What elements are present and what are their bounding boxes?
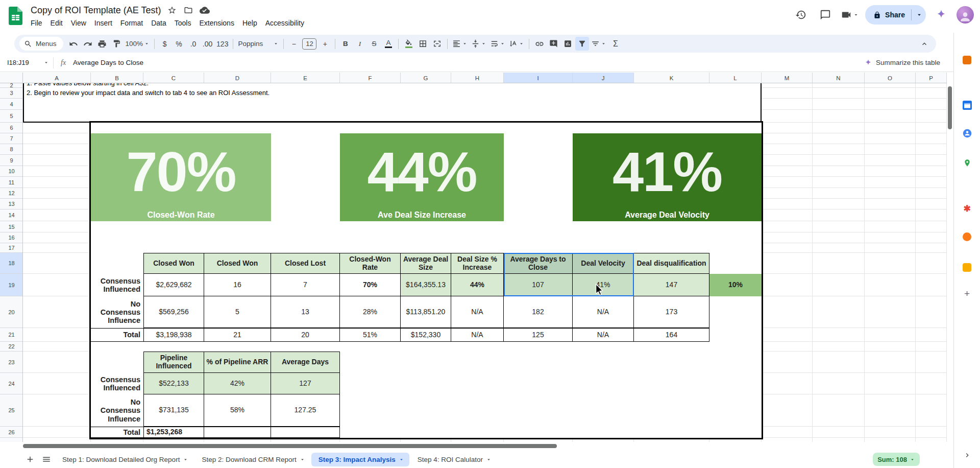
- account-avatar[interactable]: [957, 6, 974, 24]
- formula-input[interactable]: Average Days to Close: [73, 59, 143, 66]
- row-header-18[interactable]: 18: [0, 253, 23, 274]
- filter-views-button[interactable]: [590, 37, 608, 51]
- star-icon[interactable]: [167, 5, 177, 15]
- text-rotation-button[interactable]: [507, 37, 526, 51]
- zoom-select[interactable]: 100%: [124, 37, 152, 51]
- sheet-tab-step3-active[interactable]: Step 3: Impact Analysis: [311, 453, 409, 466]
- cell-B24[interactable]: Consensus Influenced: [91, 373, 143, 394]
- row-header-14[interactable]: 14: [0, 209, 23, 221]
- row-header-20[interactable]: 20: [0, 296, 23, 328]
- fill-color-button[interactable]: [402, 37, 415, 51]
- horizontal-align-button[interactable]: [451, 37, 469, 51]
- paint-format-button[interactable]: [110, 37, 124, 51]
- row-header-8[interactable]: 8: [0, 144, 23, 155]
- sheet-tab-step4[interactable]: Step 4: ROI Calulator: [410, 453, 497, 466]
- meet-video-icon[interactable]: [841, 6, 859, 24]
- summarize-table-button[interactable]: Summarize this table: [864, 59, 940, 67]
- share-button[interactable]: Share: [865, 5, 926, 25]
- row-header-26[interactable]: 26: [0, 427, 23, 438]
- show-side-panel-chevron-icon[interactable]: [962, 450, 973, 461]
- cell-L21[interactable]: [709, 328, 762, 342]
- cell-F18[interactable]: Closed-Won Rate: [340, 253, 401, 274]
- cell-E26[interactable]: [271, 427, 340, 438]
- row-header-3[interactable]: 3: [0, 88, 23, 99]
- row-header-13[interactable]: 13: [0, 199, 23, 209]
- font-size-input[interactable]: 12: [302, 38, 316, 50]
- cell-B18[interactable]: [91, 253, 143, 274]
- row-header-5[interactable]: 5: [0, 110, 23, 123]
- insert-comment-button[interactable]: [547, 37, 560, 51]
- cell-L19[interactable]: 10%: [709, 274, 762, 296]
- name-box[interactable]: I18:J19: [0, 59, 53, 66]
- menu-accessibility[interactable]: Accessibility: [261, 17, 308, 29]
- cell-H21[interactable]: N/A: [451, 328, 504, 342]
- menu-edit[interactable]: Edit: [46, 17, 67, 29]
- column-header-O[interactable]: O: [865, 73, 916, 83]
- font-select[interactable]: Poppins: [236, 37, 280, 51]
- cell-D18[interactable]: Closed Won: [204, 253, 271, 274]
- all-sheets-menu-button[interactable]: [39, 452, 54, 467]
- calendar-icon[interactable]: [962, 100, 973, 111]
- vertical-align-button[interactable]: [470, 37, 488, 51]
- cell-G21[interactable]: $152,330: [401, 328, 451, 342]
- cell-I18[interactable]: Average Days to Close: [504, 253, 573, 274]
- column-header-B[interactable]: B: [91, 73, 143, 83]
- column-header-G[interactable]: G: [401, 73, 451, 83]
- row-header-7[interactable]: 7: [0, 133, 23, 144]
- cell-K20[interactable]: 173: [634, 296, 709, 328]
- cell-B21[interactable]: Total: [91, 328, 143, 342]
- column-header-L[interactable]: L: [709, 73, 762, 83]
- cell-E18[interactable]: Closed Lost: [271, 253, 340, 274]
- cell-B26[interactable]: Total: [91, 427, 143, 438]
- functions-button[interactable]: Σ: [608, 37, 622, 51]
- redo-button[interactable]: [81, 37, 95, 51]
- cell-F20[interactable]: 28%: [340, 296, 401, 328]
- decrease-font-size-button[interactable]: −: [287, 37, 301, 51]
- format-currency-button[interactable]: $: [158, 37, 172, 51]
- cell-C24[interactable]: $522,133: [143, 373, 204, 394]
- column-header-E[interactable]: E: [271, 73, 340, 83]
- borders-button[interactable]: [416, 37, 430, 51]
- cell-J19[interactable]: 41%: [573, 274, 634, 296]
- cell-F21[interactable]: 51%: [340, 328, 401, 342]
- cell-E21[interactable]: 20: [271, 328, 340, 342]
- menu-insert[interactable]: Insert: [90, 17, 116, 29]
- amber-addon-icon[interactable]: [962, 262, 973, 273]
- row-header-24[interactable]: 24: [0, 373, 23, 394]
- document-title[interactable]: Copy of ROI Template (AE Test): [31, 5, 161, 16]
- maps-icon[interactable]: [962, 157, 973, 169]
- strikethrough-button[interactable]: S: [367, 37, 381, 51]
- more-formats-button[interactable]: 123: [215, 37, 230, 51]
- column-header-F[interactable]: F: [340, 73, 401, 83]
- row-header-15[interactable]: 15: [0, 221, 23, 232]
- cell-I21[interactable]: 125: [504, 328, 573, 342]
- cell-L18[interactable]: [709, 253, 762, 274]
- collapse-toolbar-button[interactable]: [917, 37, 931, 51]
- cell-A3-instruction[interactable]: 2. Begin to review your impact data and …: [27, 89, 270, 97]
- menu-extensions[interactable]: Extensions: [195, 17, 238, 29]
- text-wrap-button[interactable]: [488, 37, 507, 51]
- cell-B19[interactable]: Consensus Influenced: [91, 274, 143, 296]
- bold-button[interactable]: B: [338, 37, 352, 51]
- orange-addon-icon[interactable]: [962, 231, 973, 242]
- column-header-K[interactable]: K: [634, 73, 709, 83]
- version-history-icon[interactable]: [792, 6, 810, 24]
- addon-icon[interactable]: [962, 54, 973, 65]
- sheet-tab-step1[interactable]: Step 1: Download Detailed Org Report: [55, 453, 193, 466]
- decrease-decimal-button[interactable]: .0: [186, 37, 200, 51]
- create-filter-button[interactable]: [575, 37, 589, 51]
- cell-I19[interactable]: 107: [504, 274, 573, 296]
- cell-K18[interactable]: Deal disqualification: [634, 253, 709, 274]
- cell-J21[interactable]: N/A: [573, 328, 634, 342]
- menus-search-button[interactable]: Menus: [19, 37, 63, 51]
- cell-D25[interactable]: 58%: [204, 394, 271, 427]
- selection-stats-chip[interactable]: Sum: 108: [873, 453, 920, 466]
- format-percent-button[interactable]: %: [172, 37, 186, 51]
- merge-cells-button[interactable]: [430, 37, 444, 51]
- text-color-button[interactable]: A: [381, 37, 395, 51]
- horizontal-scrollbar-thumb[interactable]: [23, 444, 557, 448]
- select-all-corner[interactable]: [0, 73, 23, 83]
- row-header-22[interactable]: 22: [0, 342, 23, 352]
- cell-H19[interactable]: 44%: [451, 274, 504, 296]
- cell-D21[interactable]: 21: [204, 328, 271, 342]
